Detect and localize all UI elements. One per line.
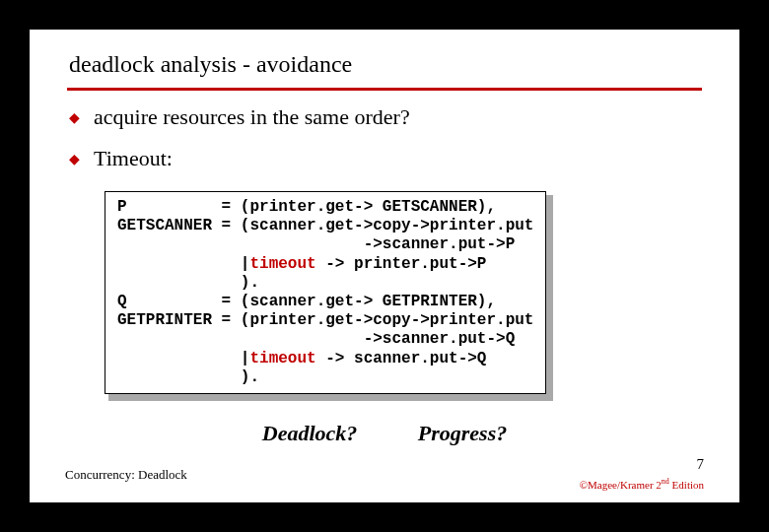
cite-suffix: Edition — [669, 479, 704, 491]
cite-prefix: ©Magee/Kramer — [580, 479, 657, 491]
question-deadlock: Deadlock? — [262, 421, 358, 445]
page-number: 7 — [697, 456, 705, 473]
code-line: | — [117, 350, 249, 367]
code-line: -> printer.put->P — [316, 255, 487, 273]
question-progress: Progress? — [418, 421, 507, 445]
bullet-text: Timeout: — [94, 146, 173, 171]
bullet-row: ◆ acquire resources in the same order? — [69, 104, 700, 130]
code-box: P = (printer.get-> GETSCANNER), GETSCANN… — [105, 191, 546, 394]
code-line: GETPRINTER = (printer.get->copy->printer… — [117, 311, 533, 329]
cite-sup: nd — [662, 477, 669, 486]
questions-row: Deadlock? Progress? — [30, 421, 739, 446]
slide-page: deadlock analysis - avoidance ◆ acquire … — [30, 30, 739, 502]
code-line: | — [117, 255, 249, 273]
code-line: GETSCANNER = (scanner.get->copy->printer… — [117, 217, 533, 234]
code-line: ->scanner.put->Q — [117, 330, 515, 348]
code-line: ). — [117, 274, 259, 292]
code-keyword: timeout — [249, 255, 315, 273]
code-line: P = (printer.get-> GETSCANNER), — [117, 198, 496, 216]
footer-left: Concurrency: Deadlock — [65, 467, 187, 483]
code-line: Q = (scanner.get-> GETPRINTER), — [117, 293, 496, 310]
code-line: ). — [117, 368, 259, 386]
bullet-list: ◆ acquire resources in the same order? ◆… — [30, 91, 739, 193]
diamond-icon: ◆ — [69, 109, 80, 126]
bullet-text: acquire resources in the same order? — [94, 104, 410, 130]
code-line: ->scanner.put->P — [117, 235, 515, 253]
bullet-row: ◆ Timeout: — [69, 146, 700, 171]
diamond-icon: ◆ — [69, 151, 80, 167]
slide-title: deadlock analysis - avoidance — [69, 51, 700, 78]
code-keyword: timeout — [249, 350, 315, 367]
title-wrap: deadlock analysis - avoidance — [30, 30, 739, 84]
footer-citation: ©Magee/Kramer 2nd Edition — [580, 477, 704, 491]
code-line: -> scanner.put->Q — [316, 350, 487, 367]
code-block: P = (printer.get-> GETSCANNER), GETSCANN… — [105, 192, 545, 393]
code-shadow: P = (printer.get-> GETSCANNER), GETSCANN… — [108, 195, 553, 401]
